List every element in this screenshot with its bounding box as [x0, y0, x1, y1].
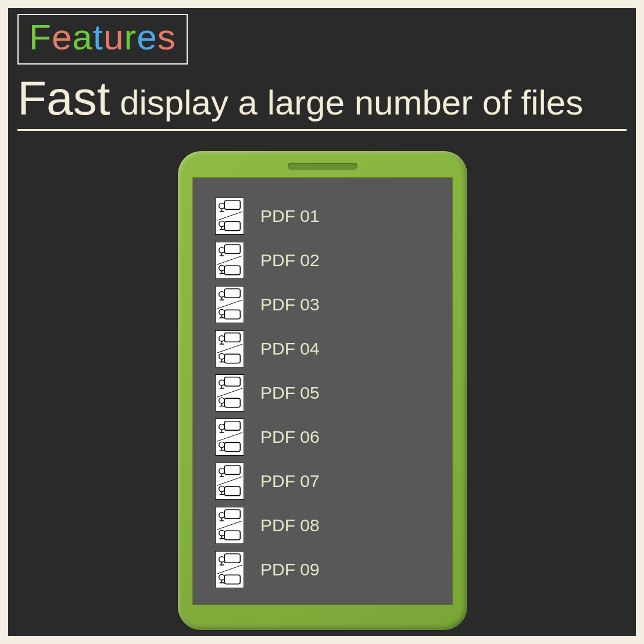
svg-line-27	[217, 344, 242, 353]
file-label: PDF 02	[260, 251, 320, 270]
svg-rect-59	[224, 486, 240, 495]
svg-rect-37	[224, 377, 240, 386]
svg-point-15	[219, 265, 225, 271]
file-row[interactable]: PDF 03	[215, 282, 441, 327]
svg-rect-73	[224, 554, 240, 563]
svg-rect-32	[224, 354, 240, 363]
svg-rect-64	[224, 510, 240, 518]
features-badge: Features	[17, 14, 188, 65]
svg-point-78	[219, 574, 225, 580]
svg-rect-50	[224, 442, 240, 451]
file-thumbnail-icon	[215, 330, 244, 367]
file-row[interactable]: PDF 04	[215, 327, 441, 371]
file-label: PDF 07	[260, 471, 320, 491]
svg-rect-14	[224, 266, 240, 274]
svg-rect-55	[224, 466, 240, 474]
svg-point-2	[219, 203, 225, 209]
svg-point-69	[219, 530, 225, 536]
file-label: PDF 03	[260, 295, 320, 314]
svg-rect-28	[224, 333, 240, 342]
svg-point-24	[219, 309, 225, 315]
svg-rect-41	[224, 398, 240, 407]
svg-rect-77	[224, 575, 240, 584]
features-text: Features	[29, 16, 176, 58]
svg-point-56	[219, 468, 225, 474]
file-thumbnail-icon	[215, 507, 244, 544]
svg-point-51	[219, 442, 225, 448]
svg-point-65	[219, 513, 225, 518]
file-row[interactable]: PDF 06	[215, 415, 441, 459]
file-row[interactable]: PDF 02	[215, 238, 441, 282]
file-label: PDF 05	[260, 383, 320, 403]
file-thumbnail-icon	[215, 374, 244, 412]
file-row[interactable]: PDF 01	[215, 194, 441, 238]
svg-point-38	[219, 380, 225, 386]
file-row[interactable]: PDF 05	[215, 371, 441, 415]
promo-canvas: Features Fast display a large number of …	[8, 8, 636, 636]
file-row[interactable]: PDF 08	[215, 503, 441, 548]
svg-rect-5	[224, 221, 240, 230]
phone-speaker-icon	[288, 163, 357, 170]
svg-rect-68	[224, 531, 240, 539]
svg-point-74	[219, 557, 225, 563]
file-label: PDF 01	[260, 206, 320, 226]
file-label: PDF 06	[260, 427, 320, 447]
phone-screen: PDF 01 PDF 02 PDF 03 PDF 04 PDF 05 PDF 0…	[193, 178, 452, 604]
file-thumbnail-icon	[215, 418, 244, 456]
file-thumbnail-icon	[215, 286, 244, 323]
svg-line-9	[217, 256, 242, 264]
phone-mockup: PDF 01 PDF 02 PDF 03 PDF 04 PDF 05 PDF 0…	[178, 151, 467, 630]
file-thumbnail-icon	[215, 242, 244, 279]
file-label: PDF 08	[260, 516, 320, 535]
svg-rect-10	[224, 245, 240, 253]
svg-line-72	[217, 565, 242, 574]
svg-rect-46	[224, 421, 240, 430]
svg-line-45	[217, 432, 242, 441]
svg-point-60	[219, 486, 225, 492]
file-thumbnail-icon	[215, 551, 244, 588]
svg-rect-23	[224, 310, 240, 319]
svg-line-36	[217, 388, 242, 397]
svg-line-54	[217, 477, 242, 485]
svg-line-63	[217, 521, 242, 529]
svg-point-29	[219, 336, 225, 342]
svg-point-42	[219, 398, 225, 403]
svg-point-47	[219, 424, 225, 430]
svg-point-6	[219, 221, 225, 227]
svg-rect-1	[224, 201, 240, 209]
file-row[interactable]: PDF 09	[215, 548, 441, 592]
headline: Fast display a large number of files	[17, 71, 627, 131]
svg-point-33	[219, 353, 225, 359]
file-thumbnail-icon	[215, 463, 244, 500]
svg-point-11	[219, 248, 225, 253]
file-row[interactable]: PDF 07	[215, 459, 441, 503]
headline-emphasis: Fast	[17, 71, 110, 124]
svg-line-0	[217, 212, 242, 220]
svg-line-18	[217, 300, 242, 309]
svg-point-20	[219, 292, 225, 298]
file-label: PDF 09	[260, 560, 320, 579]
svg-rect-19	[224, 289, 240, 298]
file-thumbnail-icon	[215, 198, 244, 235]
headline-rest: display a large number of files	[110, 83, 583, 122]
file-label: PDF 04	[260, 339, 320, 359]
